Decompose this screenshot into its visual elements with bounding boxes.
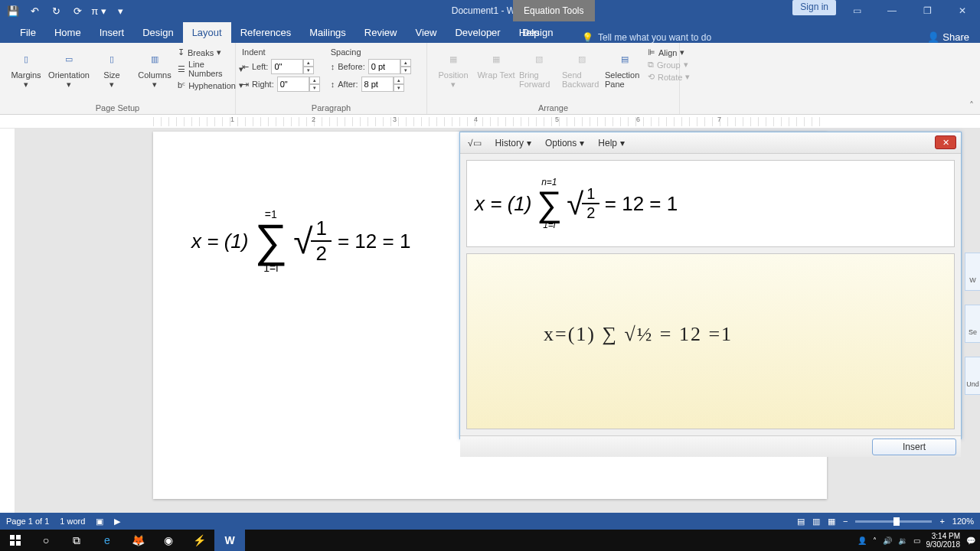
tab-home[interactable]: Home [45,22,90,43]
system-tray: 👤 ˄ 🔊 🔉 ▭ 3:14 PM 9/30/2018 💬 [858,532,981,549]
view-web-icon[interactable]: ▦ [828,517,835,527]
task-view-icon[interactable]: ⧉ [61,530,92,551]
word-taskbar-icon[interactable]: W [214,530,245,551]
signin-button[interactable]: Sign in [792,0,836,15]
orientation-button[interactable]: ▭Orientation▾ [49,44,89,90]
view-read-icon[interactable]: ▤ [797,517,805,527]
ink-eq-rhs: = 12 = 1 [605,192,678,216]
tray-battery-icon[interactable]: ▭ [913,536,920,545]
group-btn-label: Group [657,60,681,70]
redo-icon[interactable]: ↻ [47,2,64,19]
zoom-in-icon[interactable]: + [939,517,944,526]
tray-network-icon[interactable]: 🔉 [898,536,907,545]
taskbar: ○ ⧉ e 🦊 ◉ ⚡ W 👤 ˄ 🔊 🔉 ▭ 3:14 PM 9/30/201… [0,530,980,551]
selection-label: Selection Pane [605,70,645,89]
tray-up-icon[interactable]: ˄ [873,536,877,545]
size-button[interactable]: ▯Size▾ [92,44,132,90]
group-button: ⧉ Group ▾ [648,60,690,70]
tab-developer[interactable]: Developer [446,22,509,43]
close-icon[interactable]: ✕ [945,0,980,21]
edge-icon[interactable]: e [92,530,122,551]
ink-close-button[interactable]: ✕ [935,135,956,149]
tab-view[interactable]: View [406,22,446,43]
eq-rhs: = 12 = 1 [338,230,410,253]
collapse-ribbon-icon[interactable]: ˄ [969,100,974,111]
tell-me-search[interactable]: 💡 Tell me what you want to do [582,32,711,43]
ribbon-options-icon[interactable]: ▭ [839,0,874,21]
send-backward-button: ▨Send Backward [562,44,602,90]
indent-right-row: ⇥ Right: ▴▾ [242,77,320,92]
tray-volume-icon[interactable]: 🔊 [883,536,892,545]
undo-icon[interactable]: ↶ [26,2,43,19]
share-button[interactable]: 👤 Share [927,31,969,43]
cortana-icon[interactable]: ○ [31,530,61,551]
indent-left-label: Left: [252,62,268,71]
ink-history-label: History [495,138,524,148]
tray-clock[interactable]: 3:14 PM 9/30/2018 [926,532,961,549]
ink-toolbar: √▭ History ▾ Options ▾ Help ▾ ✕ [460,132,961,154]
wrap-label: Wrap Text [477,70,514,80]
align-button[interactable]: ⊫ Align ▾ [648,47,690,57]
position-button: ▦Position▾ [433,44,473,90]
wrap-text-button: ▦Wrap Text [476,44,516,90]
horizontal-ruler[interactable]: 1234567 [0,115,980,129]
tab-review[interactable]: Review [355,22,407,43]
indent-right-input[interactable]: ▴▾ [277,77,320,92]
ink-side-tabs: W Se Und [965,253,980,395]
tab-mailings[interactable]: Mailings [300,22,355,43]
hyphenation-button[interactable]: bᶜ Hyphenation ▾ [178,80,243,90]
quick-access-toolbar: 💾 ↶ ↻ ⟳ π ▾ ▾ [0,2,133,19]
tab-design[interactable]: Design [133,22,182,43]
app-icon[interactable]: ⚡ [184,530,214,551]
indent-right-label: Right: [252,80,274,89]
breaks-button[interactable]: ↧ Breaks ▾ [178,47,243,57]
tray-people-icon[interactable]: 👤 [858,536,867,545]
tab-references[interactable]: References [231,22,300,43]
status-words[interactable]: 1 word [60,517,85,526]
ink-help-menu[interactable]: Help ▾ [598,138,625,148]
vertical-ruler[interactable] [0,129,15,523]
status-spell-icon[interactable]: ▣ [96,517,103,527]
view-print-icon[interactable]: ▥ [812,517,820,527]
refresh-icon[interactable]: ⟳ [69,2,86,19]
ink-history-menu[interactable]: History ▾ [495,138,531,148]
zoom-level[interactable]: 120% [952,517,974,526]
columns-button[interactable]: ▥Columns▾ [135,44,175,90]
tray-notifications-icon[interactable]: 💬 [966,536,975,545]
line-numbers-button[interactable]: ☰ Line Numbers ▾ [178,60,243,78]
minimize-icon[interactable]: ― [874,0,910,21]
tab-file[interactable]: File [11,22,45,43]
pi-icon[interactable]: π ▾ [90,2,107,19]
group-label-arrange: Arrange [433,103,673,112]
equation-in-document[interactable]: x = (1) =1 ∑ 1=i √ 1 2 = 12 = 1 [191,208,410,274]
status-bar: Page 1 of 1 1 word ▣ ▶ ▤ ▥ ▦ − + 120% [0,513,980,530]
spacing-after-input[interactable]: ▴▾ [361,77,404,92]
tab-equation-design[interactable]: Design [513,22,562,43]
zoom-out-icon[interactable]: − [843,517,848,526]
save-icon[interactable]: 💾 [5,2,21,19]
tab-layout[interactable]: Layout [183,22,231,43]
maximize-icon[interactable]: ❐ [910,0,945,21]
ink-insert-button[interactable]: Insert [872,439,956,455]
side-tab-undo[interactable]: Und [965,357,980,395]
zoom-slider[interactable] [855,520,932,523]
status-macro-icon[interactable]: ▶ [114,517,120,527]
margins-button[interactable]: ▯Margins▾ [6,44,46,90]
indent-left-input[interactable]: ▴▾ [271,59,314,74]
status-page[interactable]: Page 1 of 1 [6,517,49,526]
spacing-before-input[interactable]: ▴▾ [368,59,411,74]
ink-eq-sqrt: √ 1 2 [567,185,599,222]
side-tab-write[interactable]: W [965,253,980,291]
ink-frac-num: 1 [582,185,599,204]
svg-rect-0 [10,535,15,540]
start-button[interactable] [0,530,31,551]
side-tab-select[interactable]: Se [965,305,980,343]
qat-more-icon[interactable]: ▾ [112,2,129,19]
selection-pane-button[interactable]: ▤Selection Pane [605,44,645,90]
tab-insert[interactable]: Insert [90,22,134,43]
chrome-icon[interactable]: ◉ [153,530,184,551]
ink-canvas[interactable]: x=(1) ∑ √½ = 12 =1 [466,253,955,429]
ink-options-menu[interactable]: Options ▾ [545,138,584,148]
size-label: Size [103,70,119,80]
firefox-icon[interactable]: 🦊 [122,530,153,551]
